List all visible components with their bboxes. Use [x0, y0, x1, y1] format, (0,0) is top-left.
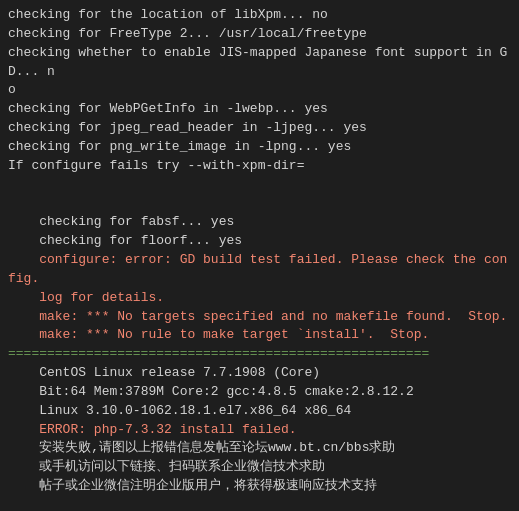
- terminal-line: Bit:64 Mem:3789M Core:2 gcc:4.8.5 cmake:…: [8, 383, 511, 402]
- terminal-line: 或手机访问以下链接、扫码联系企业微信技术求助: [8, 458, 511, 477]
- terminal-line: Linux 3.10.0-1062.18.1.el7.x86_64 x86_64: [8, 402, 511, 421]
- terminal-line: o: [8, 81, 511, 100]
- terminal-line: checking for jpeg_read_header in -ljpeg.…: [8, 119, 511, 138]
- terminal-line: checking for WebPGetInfo in -lwebp... ye…: [8, 100, 511, 119]
- terminal-line: checking whether to enable JIS-mapped Ja…: [8, 44, 511, 82]
- terminal-line-error: make: *** No rule to make target `instal…: [8, 326, 511, 345]
- terminal-line: [8, 176, 511, 195]
- terminal-line-error: log for details.: [8, 289, 511, 308]
- terminal-line: checking for FreeType 2... /usr/local/fr…: [8, 25, 511, 44]
- terminal-line: 安装失败,请图以上报错信息发帖至论坛www.bt.cn/bbs求助: [8, 439, 511, 458]
- terminal-separator: ========================================…: [8, 345, 511, 364]
- terminal-window: checking for the location of libXpm... n…: [0, 0, 519, 511]
- terminal-line: checking for floorf... yes: [8, 232, 511, 251]
- terminal-line: [8, 194, 511, 213]
- terminal-line: 帖子或企业微信注明企业版用户，将获得极速响应技术支持: [8, 477, 511, 496]
- terminal-line-error: configure: error: GD build test failed. …: [8, 251, 511, 289]
- terminal-line: checking for fabsf... yes: [8, 213, 511, 232]
- terminal-line-error: make: *** No targets specified and no ma…: [8, 308, 511, 327]
- terminal-line: If configure fails try --with-xpm-dir=: [8, 157, 511, 176]
- terminal-line: checking for the location of libXpm... n…: [8, 6, 511, 25]
- terminal-line: [8, 496, 511, 511]
- terminal-line-error: ERROR: php-7.3.32 install failed.: [8, 421, 511, 440]
- terminal-line: checking for png_write_image in -lpng...…: [8, 138, 511, 157]
- terminal-line: CentOS Linux release 7.7.1908 (Core): [8, 364, 511, 383]
